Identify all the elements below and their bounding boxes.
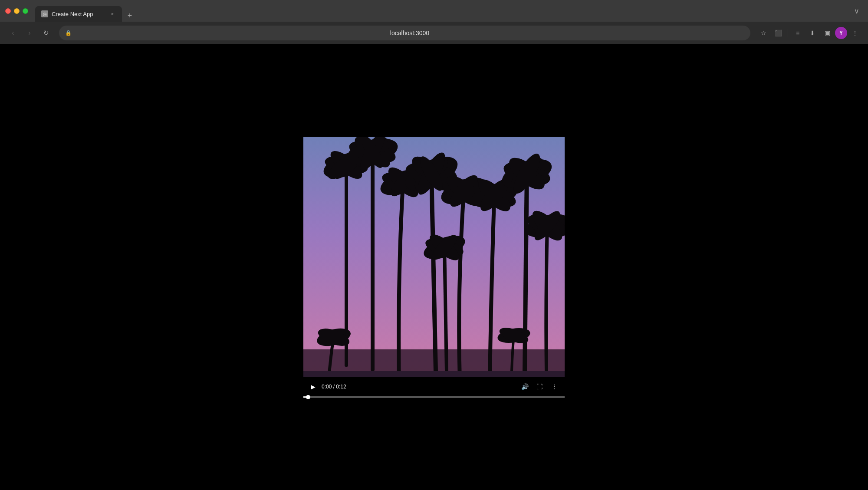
play-button[interactable]: ▶ xyxy=(309,383,317,390)
toolbar: ‹ › ↻ 🔒 ☆ ⬛ ≡ ⬇ ▣ Y ⋮ xyxy=(0,22,868,44)
tab-bar: ◎ Create Next App × + xyxy=(35,0,847,22)
lock-icon: 🔒 xyxy=(65,30,72,36)
toolbar-actions: ☆ ⬛ ≡ ⬇ ▣ Y ⋮ xyxy=(756,26,862,40)
video-controls: ▶ 0:00 / 0:12 🔊 ⛶ ⋮ xyxy=(303,377,565,396)
fullscreen-button[interactable]: ⛶ xyxy=(534,381,545,392)
title-bar: ◎ Create Next App × + ∨ xyxy=(0,0,868,22)
video-progress-dot xyxy=(306,395,310,399)
bookmark-button[interactable]: ☆ xyxy=(756,26,770,40)
active-tab[interactable]: ◎ Create Next App × xyxy=(35,6,122,22)
time-display: 0:00 / 0:12 xyxy=(322,384,346,390)
extensions-button[interactable]: ⬛ xyxy=(771,26,785,40)
title-bar-dropdown[interactable]: ∨ xyxy=(851,5,863,17)
tab-close-button[interactable]: × xyxy=(109,10,116,17)
profile-avatar[interactable]: Y xyxy=(835,27,847,39)
close-button[interactable] xyxy=(5,8,11,14)
page-content: ▶ 0:00 / 0:12 🔊 ⛶ ⋮ xyxy=(0,44,868,490)
menu-button[interactable]: ≡ xyxy=(791,26,805,40)
svg-rect-8 xyxy=(371,150,375,371)
sidebar-button[interactable]: ▣ xyxy=(820,26,834,40)
volume-button[interactable]: 🔊 xyxy=(519,381,530,392)
toolbar-divider xyxy=(788,29,788,37)
video-player[interactable]: ▶ 0:00 / 0:12 🔊 ⛶ ⋮ xyxy=(303,137,565,398)
browser-window: ◎ Create Next App × + ∨ ‹ › ↻ 🔒 ☆ ⬛ xyxy=(0,0,868,490)
minimize-button[interactable] xyxy=(14,8,20,14)
maximize-button[interactable] xyxy=(23,8,28,14)
back-button[interactable]: ‹ xyxy=(6,26,20,40)
video-scene xyxy=(303,137,565,371)
more-options-button[interactable]: ⋮ xyxy=(549,381,559,392)
url-input[interactable] xyxy=(75,30,744,36)
more-options-button[interactable]: ⋮ xyxy=(848,26,862,40)
video-display xyxy=(303,137,565,377)
refresh-button[interactable]: ↻ xyxy=(39,26,53,40)
traffic-lights xyxy=(5,8,28,14)
download-button[interactable]: ⬇ xyxy=(806,26,819,40)
tab-title: Create Next App xyxy=(52,11,105,17)
forward-button[interactable]: › xyxy=(23,26,36,40)
new-tab-button[interactable]: + xyxy=(124,10,136,22)
address-bar[interactable]: 🔒 xyxy=(59,26,750,40)
video-progress-bar[interactable] xyxy=(303,396,565,398)
tab-favicon: ◎ xyxy=(41,10,48,17)
title-bar-right: ∨ xyxy=(851,5,863,17)
